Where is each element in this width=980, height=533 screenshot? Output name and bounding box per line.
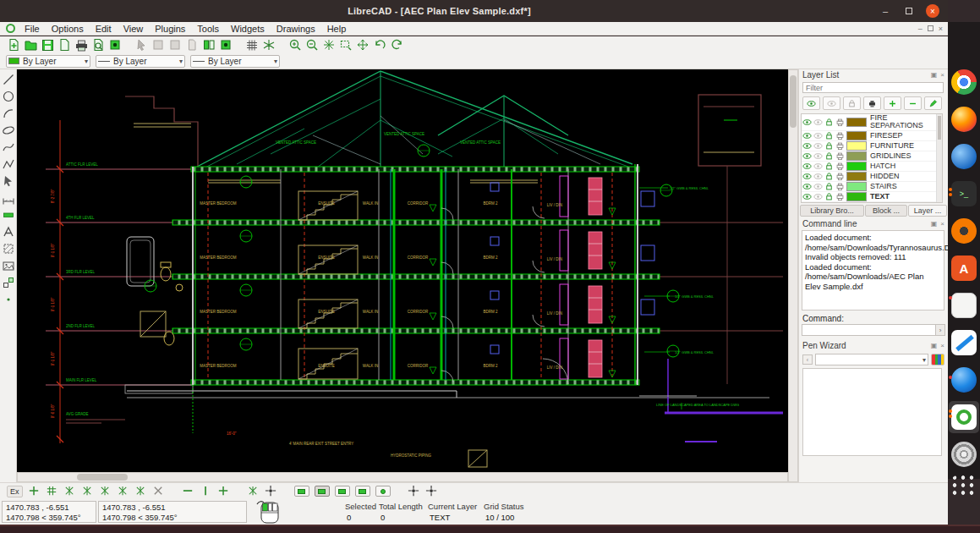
- vertical-scrollbar[interactable]: [788, 69, 798, 482]
- layer-visible-icon[interactable]: [802, 192, 812, 201]
- layer-name[interactable]: FIRESEP: [868, 132, 931, 140]
- app-grid-icon[interactable]: [951, 475, 977, 496]
- terminal-icon[interactable]: >_: [951, 181, 977, 206]
- layer-name[interactable]: FIRE SEPARATIONS: [868, 114, 931, 130]
- zoom-auto-icon[interactable]: [321, 38, 336, 52]
- float-panel-icon[interactable]: ▣: [931, 342, 938, 349]
- thunderbird-icon[interactable]: [951, 144, 977, 169]
- layer-row[interactable]: GRIDLINES: [802, 151, 942, 162]
- prev-doc-icon[interactable]: [408, 485, 420, 497]
- layer-print-icon[interactable]: [835, 162, 845, 171]
- view-widget-3[interactable]: [335, 486, 350, 497]
- menu-plugins[interactable]: Plugins: [149, 23, 191, 35]
- grid-toggle-icon[interactable]: [244, 38, 259, 52]
- pen-wizard-list[interactable]: [802, 368, 942, 456]
- layer-construction-icon[interactable]: [824, 118, 834, 127]
- drawing-canvas[interactable]: VENTED ATTIC SPACEVENTED ATTIC SPACEVENT…: [17, 69, 788, 472]
- snap-on-entity-icon[interactable]: [81, 485, 94, 497]
- layer-color-swatch[interactable]: [846, 118, 867, 127]
- view-widget-1[interactable]: [294, 486, 309, 497]
- layer-row[interactable]: FURNITURE: [802, 141, 942, 151]
- ubuntu-software-icon[interactable]: A: [951, 256, 977, 281]
- zoom-pan-icon[interactable]: [355, 38, 370, 52]
- pen-width-select[interactable]: By Layer ▾: [96, 55, 185, 68]
- layer-row[interactable]: STAIRS: [802, 182, 942, 192]
- isometric-grid-icon[interactable]: [261, 38, 276, 52]
- pen-linetype-select[interactable]: By Layer ▾: [190, 55, 280, 68]
- zoom-in-icon[interactable]: [287, 38, 302, 52]
- menu-file[interactable]: File: [19, 23, 46, 35]
- mdi-restore-button[interactable]: [928, 25, 933, 31]
- modify-layer-button[interactable]: [924, 96, 942, 110]
- layer-row[interactable]: FIRE SEPARATIONS: [802, 114, 942, 131]
- layer-print-icon[interactable]: [835, 118, 845, 127]
- layer-name[interactable]: HIDDEN: [868, 173, 931, 180]
- close-panel-icon[interactable]: ×: [940, 220, 944, 228]
- maximize-button[interactable]: [902, 4, 916, 18]
- float-panel-icon[interactable]: ▣: [931, 220, 938, 228]
- layer-color-swatch[interactable]: [846, 151, 867, 161]
- print-icon[interactable]: [74, 38, 88, 52]
- pen-color-select[interactable]: By Layer ▾: [6, 55, 90, 68]
- pen-tool-icon[interactable]: [2, 208, 15, 222]
- layer-color-swatch[interactable]: [846, 182, 867, 191]
- snap-grid-icon[interactable]: [46, 485, 58, 497]
- snap-middle-icon[interactable]: [117, 485, 129, 497]
- add-layer-button[interactable]: [884, 96, 901, 110]
- close-panel-icon[interactable]: ×: [940, 71, 944, 79]
- layer-visible-icon[interactable]: [802, 162, 812, 171]
- media-player-icon[interactable]: [951, 218, 977, 244]
- view-widget-2[interactable]: [315, 486, 330, 497]
- close-panel-icon[interactable]: ×: [940, 342, 944, 349]
- circle-tool-icon[interactable]: [2, 90, 15, 103]
- layer-construction-icon[interactable]: [824, 182, 834, 191]
- file-open-icon[interactable]: [23, 38, 37, 52]
- layer-lock-icon[interactable]: [813, 192, 823, 201]
- menu-drawings[interactable]: Drawings: [271, 23, 321, 35]
- zoom-window-icon[interactable]: [338, 38, 353, 52]
- title-bar[interactable]: LibreCAD - [AEC Plan Elev Sample.dxf*] –…: [0, 0, 948, 22]
- snap-intersection-icon[interactable]: [152, 485, 165, 497]
- view-widget-5[interactable]: [375, 486, 391, 497]
- unlock-all-layers-button[interactable]: [843, 96, 861, 110]
- layer-name[interactable]: STAIRS: [868, 183, 931, 190]
- layer-print-icon[interactable]: [835, 172, 845, 181]
- color-palette-button[interactable]: [931, 354, 944, 365]
- mdi-close-button[interactable]: ×: [939, 25, 943, 33]
- block-tool-icon[interactable]: [2, 276, 15, 289]
- layer-table-scrollbar[interactable]: [936, 114, 942, 202]
- layer-construction-icon[interactable]: [824, 162, 834, 171]
- pen-wizard-combo[interactable]: ▾: [815, 354, 928, 365]
- vertical-scrollbar-thumb[interactable]: [790, 75, 797, 128]
- spline-tool-icon[interactable]: [2, 140, 15, 154]
- print-all-layers-button[interactable]: [863, 96, 881, 110]
- hatch-tool-icon[interactable]: [2, 242, 15, 256]
- layer-row[interactable]: FIRESEP: [802, 131, 942, 141]
- layer-print-icon[interactable]: [835, 131, 845, 140]
- layer-row[interactable]: HIDDEN: [802, 172, 942, 182]
- librecad-icon[interactable]: [951, 404, 977, 430]
- layer-construction-icon[interactable]: [824, 192, 834, 201]
- menu-help[interactable]: Help: [321, 23, 353, 35]
- restrict-nothing-icon[interactable]: [217, 485, 230, 497]
- layer-visible-icon[interactable]: [802, 141, 812, 151]
- view-widget-4[interactable]: [355, 486, 370, 497]
- horizontal-scrollbar-thumb[interactable]: [77, 474, 128, 481]
- layer-filter-input[interactable]: [802, 82, 944, 93]
- zoom-previous-icon[interactable]: [372, 38, 386, 52]
- layer-lock-icon[interactable]: [813, 172, 823, 181]
- point-tool-icon[interactable]: [2, 293, 15, 306]
- ellipse-tool-icon[interactable]: [2, 124, 15, 137]
- file-new-icon[interactable]: [6, 38, 20, 52]
- layer-lock-icon[interactable]: [813, 162, 823, 171]
- export-pdf-icon[interactable]: [107, 38, 122, 52]
- layer-print-icon[interactable]: [835, 182, 845, 191]
- layer-row-current[interactable]: TEXT: [802, 192, 942, 202]
- lock-relative-zero-icon[interactable]: [265, 485, 277, 497]
- layer-name[interactable]: HATCH: [868, 162, 931, 170]
- snap-exclusive-button[interactable]: Ex: [7, 486, 23, 497]
- set-relative-zero-icon[interactable]: [247, 485, 260, 497]
- paste-icon[interactable]: [201, 38, 216, 52]
- mdi-minimize-button[interactable]: –: [918, 25, 923, 33]
- menu-options[interactable]: Options: [46, 23, 90, 35]
